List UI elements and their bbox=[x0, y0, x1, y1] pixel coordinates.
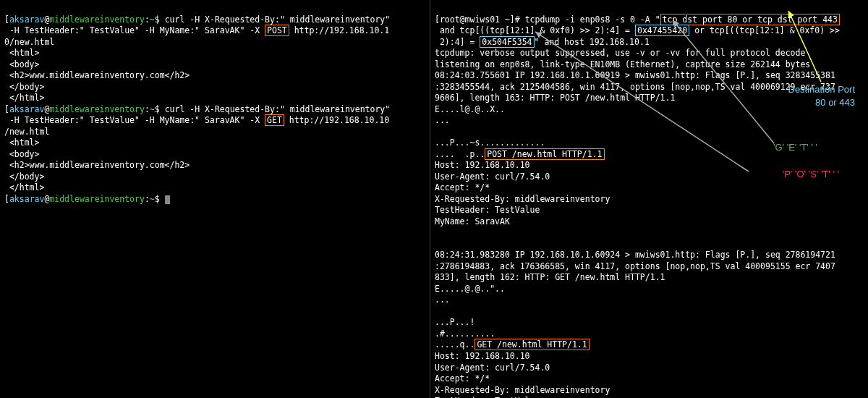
curl-cmd-2-part-b: -H TestHeader:" TestValue" -H MyName:" S… bbox=[4, 115, 265, 125]
username: aksarav bbox=[9, 14, 44, 25]
prompt-bracket-2: [ bbox=[4, 104, 9, 114]
packet1-user-agent: User-Agent: curl/7.54.0 bbox=[435, 172, 550, 182]
output2-body-open: <body> bbox=[4, 149, 39, 159]
filter-line3-c: and host 192.168.10.1 bbox=[540, 37, 650, 47]
colon-3: : bbox=[145, 194, 150, 204]
hostname-3: middlewareinventory bbox=[49, 194, 145, 204]
output2-h2: <h2>www.middlewareinventory.com</h2> bbox=[4, 160, 190, 170]
curl-cmd-2-part-a: curl -H X-Requested-By:" middlewareinven… bbox=[165, 104, 391, 114]
curl-cmd-2-url-a: http://192.168.10.10 bbox=[284, 115, 389, 125]
hostname-2: middlewareinventory bbox=[49, 104, 145, 114]
packet1-host: Host: 192.168.10.10 bbox=[435, 160, 530, 170]
packet1-line-c: 9606], length 163: HTTP: POST /new.html … bbox=[435, 93, 675, 103]
prompt-bracket: [ bbox=[4, 14, 9, 25]
hostname: middlewareinventory bbox=[49, 14, 145, 25]
prompt-end: $ bbox=[155, 14, 165, 25]
hex-get-box: 0x47455420 bbox=[635, 25, 689, 36]
root-prompt: [root@mwiws01 ~]# bbox=[435, 14, 525, 25]
output2-html-open: <html> bbox=[4, 137, 39, 148]
packet1-line-g-prefix: .... .p.. bbox=[435, 149, 485, 159]
colon-2: : bbox=[145, 104, 150, 114]
output-html-close: </html> bbox=[4, 93, 44, 103]
tcpdump-cmd: tcpdump -i enp0s8 -s 0 -A bbox=[525, 14, 655, 25]
left-terminal-pane[interactable]: [aksarav@middlewareinventory:~$ curl -H … bbox=[0, 0, 430, 398]
quote-open: " bbox=[655, 14, 660, 25]
packet1-line-e: ... bbox=[435, 115, 450, 125]
packet1-myname: MyName: SaravAK bbox=[435, 216, 510, 226]
tcpdump-verbose: tcpdump: verbose output suppressed, use … bbox=[435, 48, 805, 58]
filter-line3-b: " bbox=[535, 37, 540, 47]
annotation-get-chars: 'G' 'E' 'T' ' ' bbox=[773, 141, 817, 154]
packet2-line-f: ...P...! bbox=[435, 317, 475, 327]
cwd-3: ~ bbox=[150, 194, 155, 204]
filter-line2-b: or tcp[((tcp[12:1] & 0xf0) >> bbox=[689, 25, 840, 35]
packet1-accept: Accept: */* bbox=[435, 182, 490, 192]
username-3: aksarav bbox=[9, 194, 44, 204]
terminal-split-view: [aksarav@middlewareinventory:~$ curl -H … bbox=[0, 0, 868, 398]
packet2-line-h-prefix: .....q.. bbox=[435, 339, 475, 350]
curl-cmd-1-url-a: http://192.168.10.1 bbox=[289, 25, 389, 35]
packet1-x-requested-by: X-Requested-By: middlewareinventory bbox=[435, 194, 610, 204]
packet2-line-a: 08:24:31.983280 IP 192.168.10.1.60924 > … bbox=[435, 250, 835, 260]
cwd: ~ bbox=[150, 14, 155, 25]
packet2-accept: Accept: */* bbox=[435, 373, 490, 384]
packet1-line-b: :3283455544, ack 2125404586, win 4117, o… bbox=[435, 82, 835, 92]
output2-html-close: </html> bbox=[4, 182, 44, 192]
curl-cmd-1-url-b: 0/new.html bbox=[4, 37, 54, 47]
packet1-line-a: 08:24:03.755601 IP 192.168.10.1.60919 > … bbox=[435, 70, 835, 80]
packet2-x-requested-by: X-Requested-By: middlewareinventory bbox=[435, 385, 610, 395]
packet2-line-c: 833], length 162: HTTP: GET /new.html HT… bbox=[435, 272, 665, 282]
curl-cmd-1-part-a: curl -H X-Requested-By:" middlewareinven… bbox=[165, 14, 391, 25]
output-html-open: <html> bbox=[4, 48, 39, 58]
packet1-line-f: ...P...~s............. bbox=[435, 137, 545, 148]
http-method-post-box: POST bbox=[265, 25, 289, 36]
prompt-end-2: $ bbox=[155, 104, 165, 114]
colon: : bbox=[145, 14, 150, 25]
curl-cmd-2-url-b: /new.html bbox=[4, 127, 49, 137]
output-body-close: </body> bbox=[4, 82, 44, 92]
cwd-2: ~ bbox=[150, 104, 155, 114]
packet2-host: Host: 192.168.10.10 bbox=[435, 351, 530, 361]
output-h2: <h2>www.middlewareinventory.com</h2> bbox=[4, 70, 190, 80]
packet1-line-d: E....l@.@..X.. bbox=[435, 104, 505, 114]
output-body-open: <body> bbox=[4, 59, 39, 69]
username-2: aksarav bbox=[9, 104, 44, 114]
filter-line2-a: and tcp[((tcp[12:1] & 0xf0) >> 2):4] = bbox=[435, 25, 635, 35]
packet2-user-agent: User-Agent: curl/7.54.0 bbox=[435, 363, 550, 373]
packet2-line-e: ... bbox=[435, 295, 450, 305]
filter-line3-a: 2):4] = bbox=[435, 37, 480, 47]
prompt-end-3: $ bbox=[155, 194, 165, 204]
post-request-box: POST /new.html HTTP/1.1 bbox=[485, 148, 604, 160]
packet2-line-b: :2786194883, ack 176366585, win 4117, op… bbox=[435, 261, 835, 271]
packet2-line-d: E.....@.@..".. bbox=[435, 284, 505, 294]
right-terminal-pane[interactable]: [root@mwiws01 ~]# tcpdump -i enp0s8 -s 0… bbox=[430, 0, 868, 398]
hex-post-box: 0x504F5354 bbox=[480, 36, 534, 48]
cursor-icon bbox=[165, 195, 170, 204]
curl-cmd-1-part-b: -H TestHeader:" TestValue" -H MyName:" S… bbox=[4, 25, 265, 35]
http-method-get-box: GET bbox=[265, 114, 284, 126]
output2-body-close: </body> bbox=[4, 172, 44, 182]
packet2-line-g: .#.......... bbox=[435, 329, 495, 339]
packet1-test-header: TestHeader: TestValue bbox=[435, 205, 540, 215]
tcpdump-listening: listening on enp0s8, link-type EN10MB (E… bbox=[435, 59, 810, 69]
annotation-post-chars: 'P' 'O' 'S' 'T' ' ' bbox=[783, 168, 839, 181]
get-request-box: GET /new.html HTTP/1.1 bbox=[475, 339, 589, 350]
port-filter-box: tcp dst port 80 or tcp dst port 443 bbox=[660, 14, 840, 25]
prompt-bracket-3: [ bbox=[4, 194, 9, 204]
